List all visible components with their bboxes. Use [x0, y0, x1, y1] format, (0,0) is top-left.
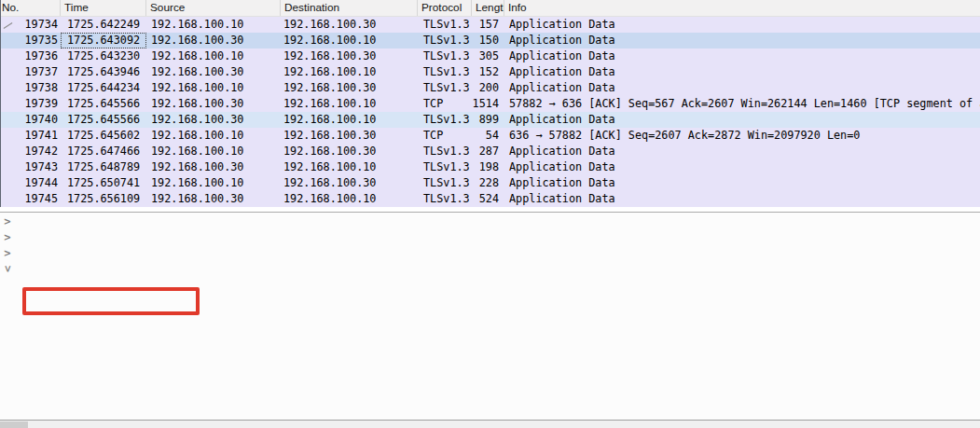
- cell-time: 1725.643092: [61, 33, 146, 48]
- packet-row[interactable]: 19734 1725.642249 192.168.100.10 192.168…: [1, 17, 980, 33]
- cell-time: 1725.648789: [61, 159, 146, 175]
- cell-source: 192.168.100.30: [146, 191, 281, 207]
- cell-length: 228: [472, 175, 504, 191]
- detail-line-sequence-number[interactable]: Sequence Number: 373 (relative sequence …: [0, 356, 980, 372]
- cell-time: 1725.650741: [61, 175, 146, 191]
- column-header-no[interactable]: No.: [1, 0, 61, 16]
- cell-source: 192.168.100.30: [146, 96, 281, 112]
- packet-row[interactable]: 19741 1725.645602 192.168.100.10 192.168…: [1, 128, 980, 144]
- cell-destination: 192.168.100.10: [281, 64, 418, 80]
- detail-line-destination-port[interactable]: Destination Port: 636: [0, 293, 980, 309]
- cell-info: 636 → 57882 [ACK] Seq=2607 Ack=2872 Win=…: [504, 128, 980, 144]
- cell-time: 1725.656109: [61, 191, 146, 207]
- column-header-source[interactable]: Source: [146, 0, 281, 16]
- cell-info: 57882 → 636 [ACK] Seq=567 Ack=2607 Win=2…: [504, 96, 980, 112]
- packet-row-highlighted[interactable]: 19740 1725.645566 192.168.100.30 192.168…: [1, 112, 980, 128]
- cell-length: 54: [472, 128, 504, 144]
- packet-row[interactable]: 19743 1725.648789 192.168.100.30 192.168…: [1, 159, 980, 175]
- column-header-protocol[interactable]: Protocol: [418, 0, 472, 16]
- packet-row-selected[interactable]: 19735 1725.643092 192.168.100.30 192.168…: [1, 33, 980, 48]
- detail-line-next-sequence-number[interactable]: [Next Sequence Number: 469 (relative seq…: [0, 388, 980, 404]
- cell-source: 192.168.100.30: [146, 33, 281, 48]
- detail-line-acknowledgment-number[interactable]: Acknowledgment Number: 2210 (relative ac…: [0, 404, 980, 420]
- detail-line-conversation[interactable]: [Conversation completeness: Incomplete, …: [0, 324, 980, 340]
- detail-line-source-port[interactable]: Source Port: 57882: [0, 277, 980, 293]
- cell-no: 19738: [1, 80, 61, 96]
- packet-row[interactable]: 19742 1725.647466 192.168.100.10 192.168…: [1, 144, 980, 159]
- cell-info: Application Data: [504, 191, 980, 207]
- column-header-length[interactable]: Length: [472, 0, 504, 16]
- cell-time: 1725.647466: [61, 144, 146, 159]
- cell-info: Application Data: [504, 159, 980, 175]
- packet-row[interactable]: 19738 1725.644234 192.168.100.10 192.168…: [1, 80, 980, 96]
- cell-destination: 192.168.100.10: [281, 112, 418, 128]
- cell-protocol: TLSv1.3: [418, 159, 472, 175]
- cell-time: 1725.643230: [61, 48, 146, 64]
- cell-no: 19735: [1, 33, 61, 48]
- cell-time: 1725.645566: [61, 96, 146, 112]
- detail-line-ip[interactable]: > Internet Protocol Version 4, Src: 192.…: [0, 245, 980, 261]
- cell-protocol: TCP: [418, 96, 472, 112]
- cell-protocol: TLSv1.3: [418, 33, 472, 48]
- cell-destination: 192.168.100.10: [281, 33, 418, 48]
- cell-info: Application Data: [504, 144, 980, 159]
- cell-protocol: TLSv1.3: [418, 64, 472, 80]
- packet-row[interactable]: 19745 1725.656109 192.168.100.30 192.168…: [1, 191, 980, 207]
- chevron-right-icon[interactable]: >: [3, 229, 12, 245]
- chevron-right-icon[interactable]: >: [3, 214, 12, 229]
- cell-no: 19736: [1, 48, 61, 64]
- cell-protocol: TLSv1.3: [418, 48, 472, 64]
- cell-time: 1725.644234: [61, 80, 146, 96]
- cell-protocol: TLSv1.3: [418, 112, 472, 128]
- cell-length: 305: [472, 48, 504, 64]
- cell-source: 192.168.100.10: [146, 17, 281, 33]
- detail-line-stream-index[interactable]: [Stream index: 654]: [0, 309, 980, 324]
- packet-row[interactable]: 19736 1725.643230 192.168.100.10 192.168…: [1, 48, 980, 64]
- scrollbar-thumb[interactable]: [0, 421, 28, 428]
- cell-source: 192.168.100.10: [146, 80, 281, 96]
- column-header-info[interactable]: Info: [504, 0, 980, 16]
- packet-details-pane: > Frame 19735: 150 bytes on wire (1200 b…: [0, 212, 980, 420]
- chevron-down-icon[interactable]: >: [0, 265, 16, 274]
- detail-line-ethernet[interactable]: > Ethernet II, Src: Microsof_d9:4f:55 (0…: [0, 229, 980, 245]
- cell-destination: 192.168.100.30: [281, 17, 418, 33]
- cell-no: 19743: [1, 159, 61, 175]
- cell-time: 1725.645566: [61, 112, 146, 128]
- cell-destination: 192.168.100.30: [281, 80, 418, 96]
- cell-info: Application Data: [504, 80, 980, 96]
- horizontal-scrollbar[interactable]: [0, 420, 980, 428]
- cell-no: 19744: [1, 175, 61, 191]
- cell-no: 19742: [1, 144, 61, 159]
- cell-info: Application Data: [504, 48, 980, 64]
- detail-line-frame[interactable]: > Frame 19735: 150 bytes on wire (1200 b…: [0, 214, 980, 229]
- cell-no: 19739: [1, 96, 61, 112]
- detail-line-tcp[interactable]: > Transmission Control Protocol, Src Por…: [0, 261, 980, 277]
- packet-row[interactable]: 19739 1725.645566 192.168.100.30 192.168…: [1, 96, 980, 112]
- column-header-time[interactable]: Time: [61, 0, 146, 16]
- cell-length: 1514: [472, 96, 504, 112]
- cell-length: 157: [472, 17, 504, 33]
- cell-source: 192.168.100.10: [146, 144, 281, 159]
- cell-source: 192.168.100.30: [146, 112, 281, 128]
- cell-length: 200: [472, 80, 504, 96]
- chevron-right-icon[interactable]: >: [3, 245, 12, 261]
- cell-length: 198: [472, 159, 504, 175]
- packet-row[interactable]: 19737 1725.643946 192.168.100.30 192.168…: [1, 64, 980, 80]
- cell-destination: 192.168.100.30: [281, 144, 418, 159]
- cell-protocol: TLSv1.3: [418, 144, 472, 159]
- packet-row[interactable]: 19744 1725.650741 192.168.100.10 192.168…: [1, 175, 980, 191]
- cell-destination: 192.168.100.30: [281, 175, 418, 191]
- cell-info: Application Data: [504, 33, 980, 48]
- cell-protocol: TLSv1.3: [418, 80, 472, 96]
- cell-protocol: TLSv1.3: [418, 17, 472, 33]
- column-header-destination[interactable]: Destination: [281, 0, 418, 16]
- cell-destination: 192.168.100.30: [281, 48, 418, 64]
- cell-source: 192.168.100.30: [146, 159, 281, 175]
- cell-destination: 192.168.100.10: [281, 159, 418, 175]
- cell-length: 152: [472, 64, 504, 80]
- cell-info: Application Data: [504, 175, 980, 191]
- packet-list-header: No. Time Source Destination Protocol Len…: [1, 0, 980, 17]
- detail-line-sequence-number-raw[interactable]: Sequence Number (raw): 2428790961: [0, 372, 980, 388]
- cell-destination: 192.168.100.10: [281, 191, 418, 207]
- detail-line-segment-len[interactable]: [TCP Segment Len: 96]: [0, 340, 980, 356]
